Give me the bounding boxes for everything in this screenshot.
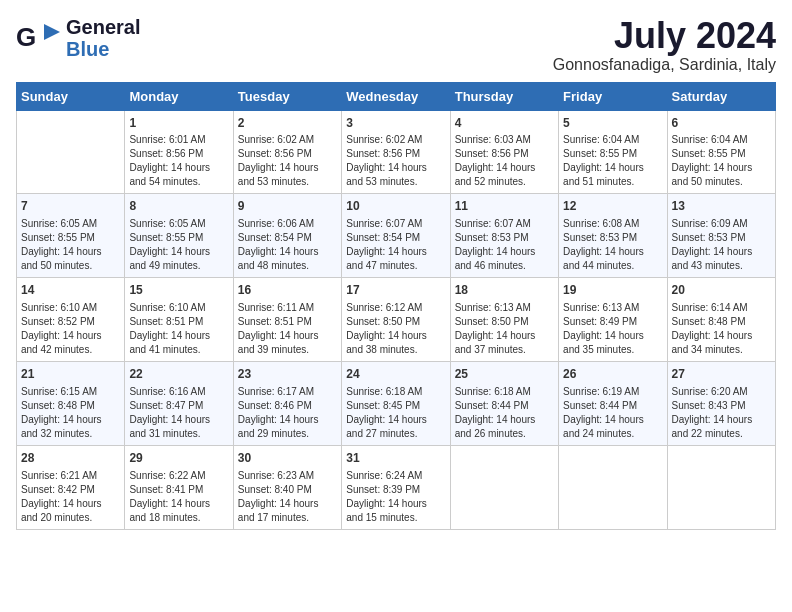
- calendar-cell: 14Sunrise: 6:10 AMSunset: 8:52 PMDayligh…: [17, 278, 125, 362]
- calendar-cell: 1Sunrise: 6:01 AMSunset: 8:56 PMDaylight…: [125, 110, 233, 194]
- cell-sun-info: Sunrise: 6:02 AMSunset: 8:56 PMDaylight:…: [238, 133, 337, 189]
- cell-sun-info: Sunrise: 6:11 AMSunset: 8:51 PMDaylight:…: [238, 301, 337, 357]
- logo: G General Blue: [16, 16, 140, 60]
- calendar-week-5: 28Sunrise: 6:21 AMSunset: 8:42 PMDayligh…: [17, 445, 776, 529]
- calendar-cell: 17Sunrise: 6:12 AMSunset: 8:50 PMDayligh…: [342, 278, 450, 362]
- logo-blue: Blue: [66, 38, 140, 60]
- weekday-header-sunday: Sunday: [17, 82, 125, 110]
- day-number: 19: [563, 282, 662, 299]
- location: Gonnosfanadiga, Sardinia, Italy: [553, 56, 776, 74]
- calendar-cell: 31Sunrise: 6:24 AMSunset: 8:39 PMDayligh…: [342, 445, 450, 529]
- svg-text:G: G: [16, 22, 36, 52]
- weekday-header-row: SundayMondayTuesdayWednesdayThursdayFrid…: [17, 82, 776, 110]
- calendar-cell: 16Sunrise: 6:11 AMSunset: 8:51 PMDayligh…: [233, 278, 341, 362]
- day-number: 29: [129, 450, 228, 467]
- day-number: 3: [346, 115, 445, 132]
- cell-sun-info: Sunrise: 6:16 AMSunset: 8:47 PMDaylight:…: [129, 385, 228, 441]
- day-number: 30: [238, 450, 337, 467]
- cell-sun-info: Sunrise: 6:23 AMSunset: 8:40 PMDaylight:…: [238, 469, 337, 525]
- calendar-cell: 28Sunrise: 6:21 AMSunset: 8:42 PMDayligh…: [17, 445, 125, 529]
- day-number: 21: [21, 366, 120, 383]
- calendar-cell: 11Sunrise: 6:07 AMSunset: 8:53 PMDayligh…: [450, 194, 558, 278]
- day-number: 31: [346, 450, 445, 467]
- title-area: July 2024 Gonnosfanadiga, Sardinia, Ital…: [553, 16, 776, 74]
- weekday-header-monday: Monday: [125, 82, 233, 110]
- weekday-header-tuesday: Tuesday: [233, 82, 341, 110]
- weekday-header-wednesday: Wednesday: [342, 82, 450, 110]
- cell-sun-info: Sunrise: 6:10 AMSunset: 8:52 PMDaylight:…: [21, 301, 120, 357]
- cell-sun-info: Sunrise: 6:09 AMSunset: 8:53 PMDaylight:…: [672, 217, 771, 273]
- svg-marker-1: [44, 24, 60, 40]
- calendar-cell: 7Sunrise: 6:05 AMSunset: 8:55 PMDaylight…: [17, 194, 125, 278]
- cell-sun-info: Sunrise: 6:13 AMSunset: 8:50 PMDaylight:…: [455, 301, 554, 357]
- day-number: 2: [238, 115, 337, 132]
- calendar-cell: 9Sunrise: 6:06 AMSunset: 8:54 PMDaylight…: [233, 194, 341, 278]
- cell-sun-info: Sunrise: 6:05 AMSunset: 8:55 PMDaylight:…: [21, 217, 120, 273]
- day-number: 1: [129, 115, 228, 132]
- calendar-cell: 29Sunrise: 6:22 AMSunset: 8:41 PMDayligh…: [125, 445, 233, 529]
- calendar-cell: 2Sunrise: 6:02 AMSunset: 8:56 PMDaylight…: [233, 110, 341, 194]
- cell-sun-info: Sunrise: 6:12 AMSunset: 8:50 PMDaylight:…: [346, 301, 445, 357]
- day-number: 18: [455, 282, 554, 299]
- day-number: 23: [238, 366, 337, 383]
- cell-sun-info: Sunrise: 6:22 AMSunset: 8:41 PMDaylight:…: [129, 469, 228, 525]
- calendar-cell: 3Sunrise: 6:02 AMSunset: 8:56 PMDaylight…: [342, 110, 450, 194]
- day-number: 10: [346, 198, 445, 215]
- day-number: 25: [455, 366, 554, 383]
- day-number: 9: [238, 198, 337, 215]
- calendar-cell: 27Sunrise: 6:20 AMSunset: 8:43 PMDayligh…: [667, 361, 775, 445]
- day-number: 7: [21, 198, 120, 215]
- calendar-cell: 24Sunrise: 6:18 AMSunset: 8:45 PMDayligh…: [342, 361, 450, 445]
- cell-sun-info: Sunrise: 6:14 AMSunset: 8:48 PMDaylight:…: [672, 301, 771, 357]
- day-number: 26: [563, 366, 662, 383]
- calendar-week-4: 21Sunrise: 6:15 AMSunset: 8:48 PMDayligh…: [17, 361, 776, 445]
- calendar-table: SundayMondayTuesdayWednesdayThursdayFrid…: [16, 82, 776, 530]
- cell-sun-info: Sunrise: 6:01 AMSunset: 8:56 PMDaylight:…: [129, 133, 228, 189]
- day-number: 15: [129, 282, 228, 299]
- day-number: 13: [672, 198, 771, 215]
- cell-sun-info: Sunrise: 6:04 AMSunset: 8:55 PMDaylight:…: [672, 133, 771, 189]
- cell-sun-info: Sunrise: 6:06 AMSunset: 8:54 PMDaylight:…: [238, 217, 337, 273]
- calendar-cell: [667, 445, 775, 529]
- day-number: 11: [455, 198, 554, 215]
- calendar-cell: 30Sunrise: 6:23 AMSunset: 8:40 PMDayligh…: [233, 445, 341, 529]
- cell-sun-info: Sunrise: 6:02 AMSunset: 8:56 PMDaylight:…: [346, 133, 445, 189]
- calendar-cell: 19Sunrise: 6:13 AMSunset: 8:49 PMDayligh…: [559, 278, 667, 362]
- logo-icon: G: [16, 20, 60, 56]
- calendar-cell: 18Sunrise: 6:13 AMSunset: 8:50 PMDayligh…: [450, 278, 558, 362]
- calendar-cell: 10Sunrise: 6:07 AMSunset: 8:54 PMDayligh…: [342, 194, 450, 278]
- calendar-cell: 21Sunrise: 6:15 AMSunset: 8:48 PMDayligh…: [17, 361, 125, 445]
- day-number: 12: [563, 198, 662, 215]
- calendar-cell: [559, 445, 667, 529]
- cell-sun-info: Sunrise: 6:07 AMSunset: 8:54 PMDaylight:…: [346, 217, 445, 273]
- day-number: 28: [21, 450, 120, 467]
- day-number: 5: [563, 115, 662, 132]
- cell-sun-info: Sunrise: 6:18 AMSunset: 8:44 PMDaylight:…: [455, 385, 554, 441]
- cell-sun-info: Sunrise: 6:21 AMSunset: 8:42 PMDaylight:…: [21, 469, 120, 525]
- cell-sun-info: Sunrise: 6:05 AMSunset: 8:55 PMDaylight:…: [129, 217, 228, 273]
- weekday-header-friday: Friday: [559, 82, 667, 110]
- cell-sun-info: Sunrise: 6:17 AMSunset: 8:46 PMDaylight:…: [238, 385, 337, 441]
- cell-sun-info: Sunrise: 6:04 AMSunset: 8:55 PMDaylight:…: [563, 133, 662, 189]
- calendar-cell: 5Sunrise: 6:04 AMSunset: 8:55 PMDaylight…: [559, 110, 667, 194]
- day-number: 14: [21, 282, 120, 299]
- calendar-cell: 20Sunrise: 6:14 AMSunset: 8:48 PMDayligh…: [667, 278, 775, 362]
- day-number: 16: [238, 282, 337, 299]
- calendar-cell: 4Sunrise: 6:03 AMSunset: 8:56 PMDaylight…: [450, 110, 558, 194]
- day-number: 20: [672, 282, 771, 299]
- calendar-cell: 6Sunrise: 6:04 AMSunset: 8:55 PMDaylight…: [667, 110, 775, 194]
- cell-sun-info: Sunrise: 6:03 AMSunset: 8:56 PMDaylight:…: [455, 133, 554, 189]
- day-number: 8: [129, 198, 228, 215]
- calendar-week-3: 14Sunrise: 6:10 AMSunset: 8:52 PMDayligh…: [17, 278, 776, 362]
- day-number: 27: [672, 366, 771, 383]
- calendar-cell: 25Sunrise: 6:18 AMSunset: 8:44 PMDayligh…: [450, 361, 558, 445]
- calendar-cell: 22Sunrise: 6:16 AMSunset: 8:47 PMDayligh…: [125, 361, 233, 445]
- cell-sun-info: Sunrise: 6:13 AMSunset: 8:49 PMDaylight:…: [563, 301, 662, 357]
- calendar-cell: 26Sunrise: 6:19 AMSunset: 8:44 PMDayligh…: [559, 361, 667, 445]
- calendar-cell: 8Sunrise: 6:05 AMSunset: 8:55 PMDaylight…: [125, 194, 233, 278]
- calendar-cell: 15Sunrise: 6:10 AMSunset: 8:51 PMDayligh…: [125, 278, 233, 362]
- calendar-cell: 13Sunrise: 6:09 AMSunset: 8:53 PMDayligh…: [667, 194, 775, 278]
- cell-sun-info: Sunrise: 6:15 AMSunset: 8:48 PMDaylight:…: [21, 385, 120, 441]
- calendar-week-1: 1Sunrise: 6:01 AMSunset: 8:56 PMDaylight…: [17, 110, 776, 194]
- calendar-cell: [450, 445, 558, 529]
